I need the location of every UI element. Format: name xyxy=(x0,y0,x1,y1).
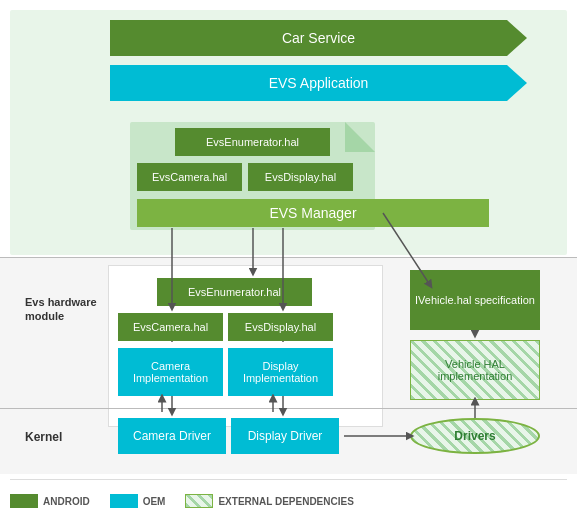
legend-external-label: EXTERNAL DEPENDENCIES xyxy=(218,496,353,507)
display-driver-label: Display Driver xyxy=(248,429,323,443)
display-driver-block: Display Driver xyxy=(231,418,339,454)
display-implementation-label: Display Implementation xyxy=(228,360,333,384)
ivehicle-spec-block: IVehicle.hal specification xyxy=(410,270,540,330)
evs-display-hal-bottom: EvsDisplay.hal xyxy=(228,313,333,341)
car-service-label: Car Service xyxy=(282,30,355,46)
evs-hw-label: Evs hardware module xyxy=(25,295,100,324)
camera-driver-block: Camera Driver xyxy=(118,418,226,454)
hal-group-fold xyxy=(345,122,375,152)
evs-display-hal-top-label: EvsDisplay.hal xyxy=(265,171,336,183)
evs-enumerator-hal-bottom-label: EvsEnumerator.hal xyxy=(188,286,281,298)
ivehicle-spec-label: IVehicle.hal specification xyxy=(415,294,535,306)
legend-item-oem: OEM xyxy=(110,494,166,508)
legend-oem-label: OEM xyxy=(143,496,166,507)
evs-camera-hal-bottom-label: EvsCamera.hal xyxy=(133,321,208,333)
camera-implementation-label: Camera Implementation xyxy=(118,360,223,384)
evs-application-label: EVS Application xyxy=(269,75,369,91)
legend-android-label: ANDROID xyxy=(43,496,90,507)
vehicle-hal-impl-label: Vehicle HAL implementation xyxy=(416,358,534,382)
drivers-label: Drivers xyxy=(454,429,495,443)
evs-display-hal-top: EvsDisplay.hal xyxy=(248,163,353,191)
evs-manager-label: EVS Manager xyxy=(269,205,356,221)
evs-enumerator-hal-top-label: EvsEnumerator.hal xyxy=(206,136,299,148)
legend-item-android: ANDROID xyxy=(10,494,90,508)
legend-swatch-oem xyxy=(110,494,138,508)
vehicle-hal-impl-block: Vehicle HAL implementation xyxy=(410,340,540,400)
evs-enumerator-hal-top: EvsEnumerator.hal xyxy=(175,128,330,156)
evs-camera-hal-bottom: EvsCamera.hal xyxy=(118,313,223,341)
display-implementation-block: Display Implementation xyxy=(228,348,333,396)
car-service-block: Car Service xyxy=(110,20,527,56)
diagram-container: Car Service EVS Application EvsEnumerato… xyxy=(0,0,577,522)
kernel-label: Kernel xyxy=(25,430,62,444)
evs-camera-hal-top: EvsCamera.hal xyxy=(137,163,242,191)
legend: ANDROID OEM EXTERNAL DEPENDENCIES xyxy=(10,479,567,517)
evs-manager-block: EVS Manager xyxy=(137,199,489,227)
evs-application-block: EVS Application xyxy=(110,65,527,101)
legend-item-external: EXTERNAL DEPENDENCIES xyxy=(185,494,353,508)
separator-kernel xyxy=(0,408,577,409)
legend-swatch-android xyxy=(10,494,38,508)
evs-enumerator-hal-bottom: EvsEnumerator.hal xyxy=(157,278,312,306)
camera-driver-label: Camera Driver xyxy=(133,429,211,443)
drivers-oval: Drivers xyxy=(410,418,540,454)
evs-camera-hal-top-label: EvsCamera.hal xyxy=(152,171,227,183)
legend-swatch-external xyxy=(185,494,213,508)
camera-implementation-block: Camera Implementation xyxy=(118,348,223,396)
evs-display-hal-bottom-label: EvsDisplay.hal xyxy=(245,321,316,333)
